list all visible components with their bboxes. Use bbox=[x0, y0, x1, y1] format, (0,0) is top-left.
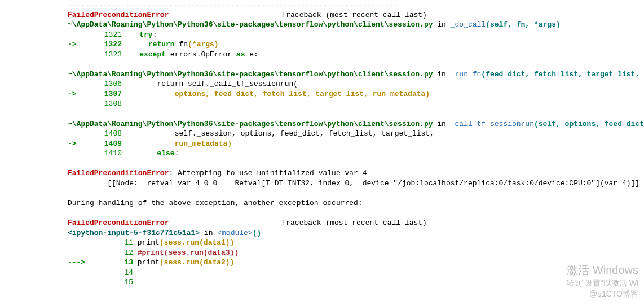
line-no: 1409 bbox=[88, 139, 122, 149]
code-line: 12 #print(sess.run(data3)) bbox=[68, 248, 638, 258]
code-line: 15 bbox=[68, 277, 638, 287]
frame-func: _call_tf_sessionrun bbox=[451, 120, 534, 128]
line-no: 1323 bbox=[88, 50, 122, 60]
arrow-icon: -> bbox=[68, 89, 88, 99]
line-no: 11 bbox=[88, 238, 133, 248]
arrow-icon: -> bbox=[68, 40, 88, 50]
traceback-label: Traceback (most recent call last) bbox=[281, 219, 426, 227]
line-no: 14 bbox=[88, 268, 133, 278]
code-line: 14 bbox=[68, 268, 638, 278]
separator-line: ----------------------------------------… bbox=[68, 1, 398, 9]
arrow-icon: ---> bbox=[68, 258, 88, 268]
error-message: FailedPreconditionError: Attempting to u… bbox=[68, 168, 638, 178]
code-line: 1323 except errors.OpError as e: bbox=[68, 50, 638, 60]
frame-path: ~\AppData\Roaming\Python\Python36\site-p… bbox=[68, 120, 433, 128]
code-line: 1308 bbox=[68, 99, 638, 109]
line-no: 12 bbox=[88, 248, 133, 258]
code-line: 1408 self._session, options, feed_dict, … bbox=[68, 129, 638, 139]
frame-header: ~\AppData\Roaming\Python\Python36\site-p… bbox=[68, 69, 638, 80]
code-line: 1410 else: bbox=[68, 149, 638, 159]
code-line: 1306 return self._call_tf_sessionrun( bbox=[68, 79, 638, 89]
line-no: 1307 bbox=[88, 89, 122, 99]
code-line: -> 1322 return fn(*args) bbox=[68, 40, 638, 50]
node-detail: [[Node: _retval_var_4_0_0 = _Retval[T=DT… bbox=[68, 178, 638, 189]
frame-path: ~\AppData\Roaming\Python\Python36\site-p… bbox=[68, 70, 433, 79]
code-line: ---> 13 print(sess.run(data2)) bbox=[68, 258, 638, 268]
error-name: FailedPreconditionError bbox=[68, 219, 169, 227]
arrow-icon: -> bbox=[68, 139, 88, 149]
line-no: 1308 bbox=[88, 99, 122, 109]
traceback-label: Traceback (most recent call last) bbox=[281, 11, 426, 19]
frame-args: (self, options, feed_dict, fetch_list, t… bbox=[534, 120, 644, 128]
frame-func: _run_fn bbox=[451, 70, 482, 79]
ipython-prompt: <ipython-input-5-f31c771c51a1> bbox=[68, 229, 200, 237]
code-line: -> 1409 run_metadata) bbox=[68, 139, 638, 149]
during-handling: During handling of the above exception, … bbox=[68, 198, 638, 208]
frame-args: (feed_dict, fetch_list, target_list, opt… bbox=[481, 70, 644, 79]
frame-header: ~\AppData\Roaming\Python\Python36\site-p… bbox=[68, 20, 638, 30]
error-name: FailedPreconditionError bbox=[68, 11, 169, 19]
windows-activation-watermark: 激活 Windows 转到"设置"以激活 Wi @51CTO博客 bbox=[566, 263, 638, 293]
code-line: -> 1307 options, feed_dict, fetch_list, … bbox=[68, 89, 638, 99]
ipython-frame-header: <ipython-input-5-f31c771c51a1> in <modul… bbox=[68, 228, 638, 238]
code-line: 1321 try: bbox=[68, 30, 638, 40]
line-no: 1321 bbox=[88, 30, 122, 40]
line-no: 1306 bbox=[88, 79, 122, 89]
frame-header: ~\AppData\Roaming\Python\Python36\site-p… bbox=[68, 119, 638, 129]
line-no: 13 bbox=[88, 258, 133, 268]
line-no: 1408 bbox=[88, 129, 122, 139]
code-line: 11 print(sess.run(data1)) bbox=[68, 238, 638, 248]
line-no: 1322 bbox=[88, 40, 122, 50]
traceback-header-2: FailedPreconditionErrorTraceback (most r… bbox=[68, 218, 638, 228]
line-no: 1410 bbox=[88, 149, 122, 159]
frame-func: _do_call bbox=[451, 20, 486, 29]
frame-path: ~\AppData\Roaming\Python\Python36\site-p… bbox=[68, 20, 433, 29]
traceback-header-1: FailedPreconditionErrorTraceback (most r… bbox=[68, 10, 638, 20]
line-no: 15 bbox=[88, 277, 133, 287]
frame-args: (self, fn, *args) bbox=[486, 20, 561, 29]
